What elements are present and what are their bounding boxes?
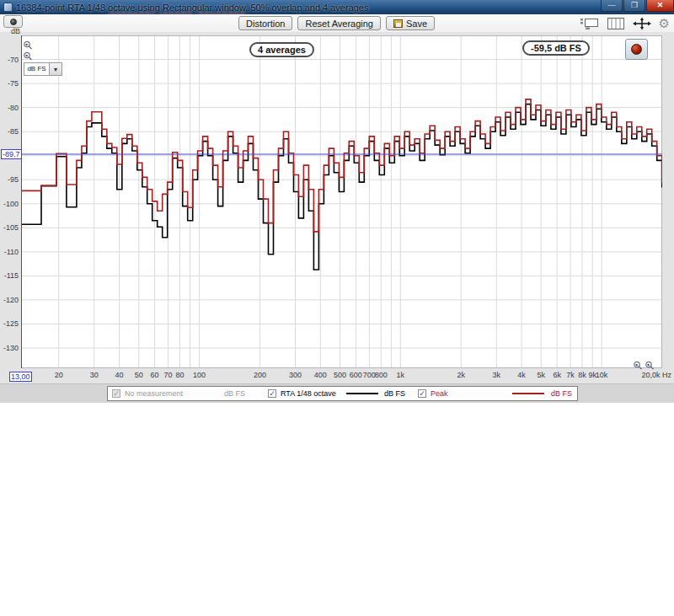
y-tick-label: -110: [0, 248, 19, 256]
legend-checkbox-rta[interactable]: ✓: [268, 387, 276, 400]
app-icon: [3, 3, 13, 12]
input-monitor-button[interactable]: [3, 15, 23, 28]
toolbar-center: Distortion Reset Averaging Save: [238, 16, 435, 30]
units-dropdown[interactable]: dB FS ▼: [24, 62, 62, 76]
x-tick-label: 8k: [578, 371, 586, 379]
cursor-frequency-readout: 13,00: [9, 372, 32, 382]
window-title-mid: octave using Rectangular window,: [108, 3, 248, 13]
cursor-db-readout: -89,7: [1, 149, 22, 159]
y-zoom-in-icon[interactable]: [23, 39, 34, 49]
y-tick-label: -115: [0, 271, 19, 280]
x-tick-label: 30: [90, 371, 99, 379]
legend-label-no-measurement: No measurement: [125, 387, 183, 400]
title-bar[interactable]: 16384-point RTA 1/48 octave using Rectan…: [0, 0, 674, 14]
y-tick-label: -100: [0, 200, 19, 208]
y-tick-label: -70: [0, 56, 19, 64]
y-tick-label: -130: [0, 344, 19, 352]
legend-line-sample-peak: [512, 387, 544, 400]
plot-area[interactable]: [21, 35, 662, 368]
legend-strip: ✓ No measurement dB FS ✓ RTA 1/48 octave…: [0, 383, 674, 403]
checkbox-icon: ✓: [418, 389, 426, 398]
legend-unit-rta: dB FS: [384, 387, 405, 400]
spectrum-chart: [21, 35, 662, 368]
x-tick-label: 500: [334, 371, 346, 379]
pan-arrows-icon[interactable]: [632, 16, 652, 30]
graph-panel: dB -70-75-80-85-95-100-105-110-115-120-1…: [0, 32, 674, 383]
x-tick-label: 7k: [566, 371, 575, 379]
y-tick-label: -125: [0, 319, 19, 328]
toolbar: Distortion Reset Averaging Save: [0, 14, 674, 32]
units-dropdown-value: dB FS: [24, 62, 50, 76]
legend-box: ✓ No measurement dB FS ✓ RTA 1/48 octave…: [107, 386, 578, 401]
checkbox-icon: ✓: [268, 389, 276, 398]
legend-label-rta: RTA 1/48 octave: [281, 387, 336, 400]
columns-layout-icon[interactable]: [607, 16, 625, 30]
record-icon: [631, 44, 642, 55]
y-tick-label: -95: [0, 175, 19, 184]
x-tick-label: 5k: [537, 371, 545, 379]
x-tick-label: 80: [175, 371, 184, 379]
checkbox-icon: ✓: [112, 389, 120, 398]
x-tick-label: 70: [164, 371, 173, 379]
input-level-indicator: -59,5 dB FS: [522, 40, 590, 56]
legend-checkbox-peak[interactable]: ✓: [418, 387, 426, 400]
x-tick-label: 1k: [397, 371, 405, 379]
minimize-button[interactable]: —: [601, 0, 623, 12]
y-tick-label: -75: [0, 79, 19, 88]
x-tick-label: 200: [254, 371, 266, 379]
x-tick-label: 40: [115, 371, 124, 379]
y-axis-unit-label: dB: [11, 27, 20, 35]
record-button[interactable]: [625, 39, 648, 60]
y-tick-label: -105: [0, 223, 19, 232]
save-button-label: Save: [406, 19, 427, 29]
legend-unit-no-measurement: dB FS: [224, 387, 245, 400]
x-tick-label: 2k: [457, 371, 465, 379]
layout-panels-icon[interactable]: [580, 16, 600, 30]
averages-indicator: 4 averages: [249, 42, 314, 57]
x-tick-label: 600: [350, 371, 362, 379]
window-title: 16384-point RTA 1/48 octave using Rectan…: [16, 3, 369, 13]
x-tick-label: 10k: [596, 371, 608, 379]
x-zoom-out-icon[interactable]: [645, 359, 655, 369]
x-axis-edge-label: 20,0k Hz: [641, 371, 671, 379]
orb-icon: [10, 19, 17, 25]
x-tick-label: 20: [55, 371, 63, 379]
x-zoom-in-icon[interactable]: [633, 359, 644, 369]
chevron-down-icon[interactable]: ▼: [50, 62, 62, 76]
y-zoom-out-icon[interactable]: [23, 50, 34, 60]
save-icon: [393, 19, 403, 28]
y-tick-label: -85: [0, 127, 19, 136]
x-tick-label: 50: [135, 371, 143, 379]
x-tick-label: 100: [193, 371, 206, 379]
x-tick-label: 800: [375, 371, 388, 379]
window-controls: — ❐ ✕: [601, 0, 674, 12]
window-title-post: 50% overlap and 4 averages: [248, 3, 368, 13]
legend-unit-peak: dB FS: [551, 387, 572, 400]
legend-label-peak: Peak: [431, 387, 448, 400]
y-tick-label: -120: [0, 296, 19, 304]
x-tick-label: 6k: [553, 371, 561, 379]
legend-line-sample-rta: [346, 387, 378, 400]
rta-window: 16384-point RTA 1/48 octave using Rectan…: [0, 0, 674, 616]
y-tick-label: -80: [0, 104, 19, 112]
x-tick-label: 400: [314, 371, 327, 379]
window-title-pre: 16384-point RTA 1/48: [16, 3, 108, 13]
legend-checkbox-no-measurement[interactable]: ✓: [112, 387, 120, 400]
distortion-button[interactable]: Distortion: [238, 16, 292, 30]
save-button[interactable]: Save: [386, 16, 435, 30]
x-tick-label: 700: [363, 371, 376, 379]
close-button[interactable]: ✕: [646, 0, 674, 12]
x-tick-label: 3k: [493, 371, 501, 379]
empty-area: [0, 403, 674, 616]
toolbar-right: ⚙: [580, 16, 670, 30]
x-tick-label: 300: [289, 371, 302, 379]
gear-icon[interactable]: ⚙: [659, 16, 670, 30]
x-tick-label: 60: [151, 371, 159, 379]
maximize-button[interactable]: ❐: [623, 0, 645, 12]
x-tick-label: 4k: [517, 371, 526, 379]
reset-averaging-button[interactable]: Reset Averaging: [297, 16, 381, 30]
